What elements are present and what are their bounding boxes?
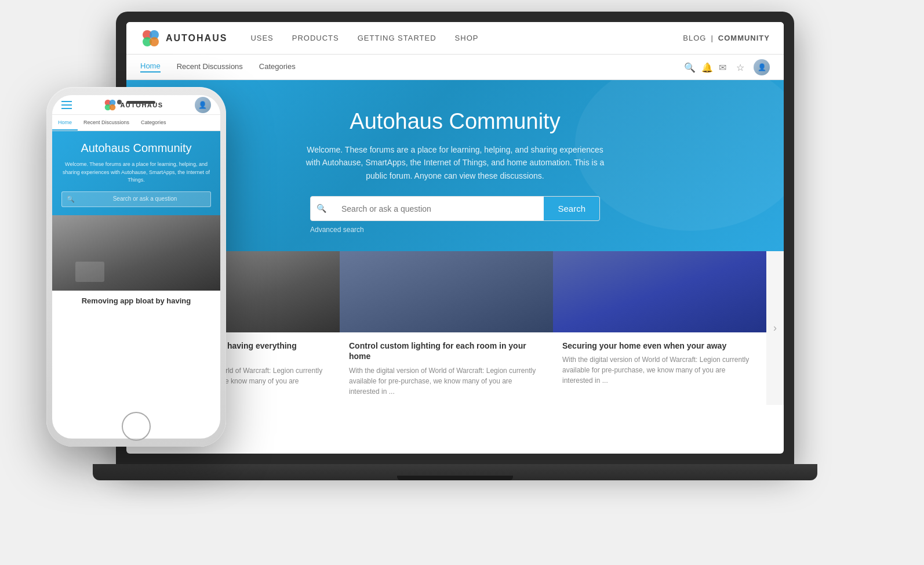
hero-search-bar: 🔍 Search [310,196,600,221]
phone-card: Removing app bloat by having [52,215,220,307]
phone-hero-title: Autohaus Community [61,142,211,155]
svg-point-7 [110,104,116,110]
laptop-rightnav: BLOG | COMMUNITY [683,34,770,42]
laptop-mainnav: USES PRODUCTS GETTING STARTED SHOP [250,34,683,42]
autohaus-logo-icon [140,28,161,49]
subnav-icons: 🔍 🔔 ✉ ☆ 👤 [684,59,770,75]
nav-shop[interactable]: SHOP [455,34,479,42]
card-body-3: Securing your home even when your away W… [553,332,766,394]
hamburger-line-2 [61,104,72,106]
search-button[interactable]: Search [544,197,599,220]
phone-search-placeholder[interactable]: Search or ask a question [79,192,210,207]
logo-text: AUTOHAUS [166,33,227,44]
laptop-subnav: Home Recent Discussions Categories 🔍 🔔 ✉… [126,55,784,80]
phone-top-elements [117,100,155,104]
phone-home-button[interactable] [122,412,151,441]
hero-title: Autohaus Community [140,109,770,134]
laptop-base [93,464,817,480]
nav-products[interactable]: PRODUCTS [292,34,339,42]
subnav-recent[interactable]: Recent Discussions [177,62,243,72]
phone-outer: AUTOHAUS 👤 Home Recent Discussions Categ… [46,87,226,447]
card-text-3: With the digital version of World of War… [562,354,757,386]
laptop-logo: AUTOHAUS [140,28,227,49]
nav-divider: | [711,34,713,42]
user-avatar[interactable]: 👤 [754,59,770,75]
search-input[interactable] [332,197,544,220]
nav-community[interactable]: COMMUNITY [718,34,770,42]
phone-camera [117,100,122,104]
phone-subnav-categories[interactable]: Categories [135,115,172,131]
card-text-2: With the digital version of World of War… [349,365,544,397]
nav-getting-started[interactable]: GETTING STARTED [358,34,436,42]
bell-icon[interactable]: 🔔 [701,62,712,73]
phone-subnav-home[interactable]: Home [52,115,78,131]
advanced-search-link[interactable]: Advanced search [310,226,600,234]
nav-blog[interactable]: BLOG [683,34,706,42]
card-title-3: Securing your home even when your away [562,341,757,351]
phone-screen-container: AUTOHAUS 👤 Home Recent Discussions Categ… [52,95,220,439]
phone-card-title: Removing app bloat by having [52,291,220,307]
card-body-2: Control custom lighting for each room in… [340,332,553,404]
hamburger-line-1 [61,101,72,102]
scene: AUTOHAUS USES PRODUCTS GETTING STARTED S… [0,0,924,565]
phone-subnav: Home Recent Discussions Categories [52,115,220,131]
card-title-2: Control custom lighting for each room in… [349,341,544,361]
phone-subnav-recent[interactable]: Recent Discussions [78,115,135,131]
svg-point-3 [150,37,159,46]
phone-device: AUTOHAUS 👤 Home Recent Discussions Categ… [46,87,226,447]
phone-search-icon: 🔍 [62,192,79,207]
search-icon[interactable]: 🔍 [684,62,694,73]
laptop-card-2: Control custom lighting for each room in… [340,251,553,404]
subnav-home[interactable]: Home [140,61,161,73]
hero-subtitle: Welcome. These forums are a place for le… [304,143,606,182]
phone-avatar[interactable]: 👤 [195,97,211,113]
phone-screen: AUTOHAUS 👤 Home Recent Discussions Categ… [52,95,220,439]
cards-next-arrow[interactable]: › [766,251,784,404]
phone-hero-text: Welcome. These forums are a place for le… [61,161,211,184]
laptop-card-3: Securing your home even when your away W… [553,251,766,404]
hamburger-line-3 [61,108,72,109]
laptop-topnav: AUTOHAUS USES PRODUCTS GETTING STARTED S… [126,22,784,55]
phone-card-image [52,215,220,291]
phone-search-bar: 🔍 Search or ask a question [61,191,211,207]
mail-icon[interactable]: ✉ [719,62,729,73]
subnav-categories[interactable]: Categories [259,62,296,72]
star-icon[interactable]: ☆ [736,62,747,73]
search-icon: 🔍 [311,197,332,220]
card-image-2 [340,251,553,332]
phone-hero: Autohaus Community Welcome. These forums… [52,131,220,215]
nav-uses[interactable]: USES [250,34,273,42]
phone-speaker [126,101,155,104]
card-image-3 [553,251,766,332]
hamburger-menu[interactable] [61,101,72,109]
phone-topbar: AUTOHAUS 👤 [52,95,220,115]
phone-logo-icon [103,98,117,112]
